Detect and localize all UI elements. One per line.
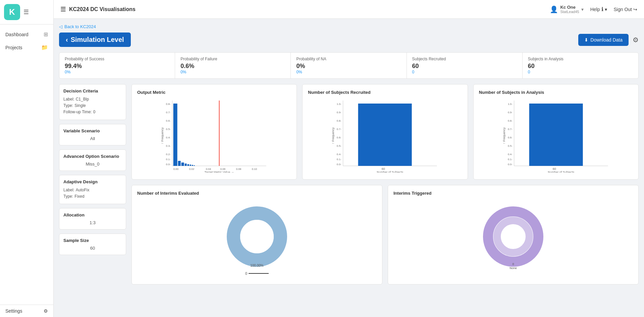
adaptive-design-card: Adaptive Design Label: AutoFix Type: Fix… — [59, 175, 126, 204]
svg-text:0.6-: 0.6- — [337, 136, 341, 139]
stat-failure: Probability of Failure 0.6% 0% — [175, 53, 291, 78]
svg-text:0.0-: 0.0- — [166, 163, 171, 166]
svg-rect-15 — [185, 164, 187, 166]
interims-evaluated-bottom-label: 0 — [245, 271, 247, 275]
dc-followup-row: Follow-up Time: 0 — [63, 109, 122, 115]
svg-rect-17 — [190, 165, 191, 166]
stat-success: Probability of Success 99.4% 0% — [59, 53, 175, 78]
interims-evaluated-title: Number of Interims Evaluated — [137, 191, 377, 196]
svg-text:0.6-: 0.6- — [508, 136, 513, 139]
svg-text:0.5-: 0.5- — [337, 144, 341, 147]
user-name: Kc One — [560, 5, 579, 10]
svg-text:0.8-: 0.8- — [166, 103, 171, 106]
page-header-actions: ⬇ Download Data ⚙ — [578, 34, 639, 46]
advanced-option-title: Advanced Option Scenario — [63, 154, 122, 159]
menu-toggle-icon[interactable]: ☰ — [23, 8, 29, 16]
back-link[interactable]: ◁ Back to KC2024 — [59, 24, 639, 29]
svg-text:1.0-: 1.0- — [337, 103, 341, 106]
subjects-recruited-chart: Number of Subjects Recruited ↑ Frequency… — [302, 84, 468, 180]
page-header: ‹ Simulation Level ⬇ Download Data ⚙ — [59, 33, 639, 47]
allocation-card: Allocation 1:3 — [59, 208, 126, 230]
sidebar-item-projects[interactable]: Projects 📁 — [0, 41, 53, 54]
sidebar-logo: K ☰ — [0, 0, 53, 24]
variable-scenario-title: Variable Scenario — [63, 128, 122, 133]
svg-text:60: 60 — [382, 167, 385, 171]
download-label: Download Data — [590, 37, 623, 43]
svg-rect-13 — [178, 161, 181, 166]
svg-text:0.7-: 0.7- — [166, 111, 171, 114]
svg-text:0.04: 0.04 — [206, 168, 211, 171]
stat-analysis-label: Subjects in Analysis — [528, 57, 633, 61]
stat-failure-change: 0% — [180, 70, 285, 74]
help-link[interactable]: Help ℹ ▾ — [590, 6, 607, 12]
svg-text:0.7-: 0.7- — [508, 128, 513, 131]
svg-text:0.3-: 0.3- — [166, 144, 171, 147]
svg-rect-18 — [192, 165, 193, 166]
stat-analysis-change: 0 — [528, 70, 633, 74]
ad-label-value: AutoFix — [76, 187, 90, 193]
stat-success-label: Probability of Success — [65, 57, 169, 61]
stat-recruited-value: 60 — [412, 63, 517, 70]
charts-row-1: Output Metric ↑ Frequency 0.8- 0.7- 0.6-… — [131, 84, 639, 180]
stat-success-change: 0% — [65, 70, 169, 74]
subjects-analysis-title: Number of Subjects in Analysis — [479, 90, 633, 95]
svg-text:0.0-: 0.0- — [337, 163, 341, 166]
dashboard-label: Dashboard — [5, 32, 29, 37]
signout-link[interactable]: Sign Out ↪ — [614, 7, 637, 12]
interims-evaluated-chart: Number of Interims Evaluated 100.00% — [131, 185, 382, 284]
svg-text:1.0-: 1.0- — [508, 103, 513, 106]
charts-row-2: Number of Interims Evaluated 100.00% — [131, 185, 639, 284]
svg-rect-40 — [358, 104, 412, 166]
stat-failure-value: 0.6% — [180, 63, 285, 70]
ad-type-row: Type: Fixed — [63, 193, 122, 200]
help-icon: ℹ — [601, 6, 603, 12]
adaptive-design-title: Adaptive Design — [63, 179, 122, 184]
sample-size-value: 60 — [63, 246, 122, 251]
back-chevron-icon: ‹ — [66, 36, 68, 44]
svg-text:0.1-: 0.1- — [337, 158, 341, 161]
subjects-recruited-svg: ↑ Frequency 1.0- 0.9- 0.8- 0.7- 0.6- 0.5… — [308, 99, 462, 173]
svg-rect-55 — [529, 104, 583, 166]
stat-recruited-label: Subjects Recruited — [412, 57, 517, 61]
variable-scenario-value: All — [63, 136, 122, 141]
svg-text:↑ Frequency: ↑ Frequency — [331, 127, 335, 144]
svg-text:0.9-: 0.9- — [337, 111, 341, 114]
settings-icon: ⚙ — [44, 308, 48, 314]
hamburger-icon[interactable]: ☰ — [60, 6, 66, 13]
svg-text:0.0-: 0.0- — [508, 163, 513, 166]
output-metric-chart: Output Metric ↑ Frequency 0.8- 0.7- 0.6-… — [131, 84, 297, 180]
stats-row: Probability of Success 99.4% 0% Probabil… — [59, 52, 639, 79]
page-title-button[interactable]: ‹ Simulation Level — [59, 33, 131, 47]
content-grid: Decision Criteria Label: C1_Blp Type: Si… — [59, 84, 639, 284]
download-button[interactable]: ⬇ Download Data — [578, 34, 629, 46]
svg-point-59 — [240, 220, 274, 253]
svg-text:60: 60 — [552, 167, 556, 171]
user-dropdown-icon[interactable]: ▾ — [581, 7, 584, 12]
help-dropdown-icon: ▾ — [605, 7, 607, 12]
projects-label: Projects — [5, 45, 22, 50]
svg-rect-19 — [194, 165, 195, 166]
user-info: 👤 Kc One StatLead45 ▾ — [550, 5, 583, 14]
settings-label: Settings — [5, 308, 22, 314]
interims-triggered-chart: Interims Triggered 0 — [388, 185, 639, 284]
allocation-title: Allocation — [63, 212, 122, 217]
interims-triggered-donut: 0 None — [476, 203, 550, 273]
stat-failure-label: Probability of Failure — [180, 57, 285, 61]
svg-text:0.9-: 0.9- — [508, 111, 513, 114]
svg-text:None: None — [509, 266, 517, 270]
svg-text:0.02: 0.02 — [189, 168, 195, 171]
ad-type-value: Fixed — [74, 193, 84, 200]
topbar-right: 👤 Kc One StatLead45 ▾ Help ℹ ▾ Sign Out … — [550, 5, 637, 14]
svg-text:0.1-: 0.1- — [508, 158, 513, 161]
page-settings-button[interactable]: ⚙ — [633, 36, 639, 44]
sidebar-item-dashboard[interactable]: Dashboard ⊞ — [0, 28, 53, 41]
help-label: Help — [590, 7, 600, 12]
svg-text:0.4-: 0.4- — [337, 153, 341, 156]
topbar-title: KC2024 DC Visualisations — [69, 6, 136, 12]
topbar-title-area: ☰ KC2024 DC Visualisations — [60, 6, 136, 13]
svg-text:0.10: 0.10 — [252, 168, 257, 171]
interims-triggered-title: Interims Triggered — [393, 191, 633, 196]
sidebar-settings[interactable]: Settings ⚙ — [0, 305, 53, 317]
advanced-option-card: Advanced Option Scenario Miss_0 — [59, 149, 126, 171]
user-avatar-icon: 👤 — [550, 5, 558, 13]
